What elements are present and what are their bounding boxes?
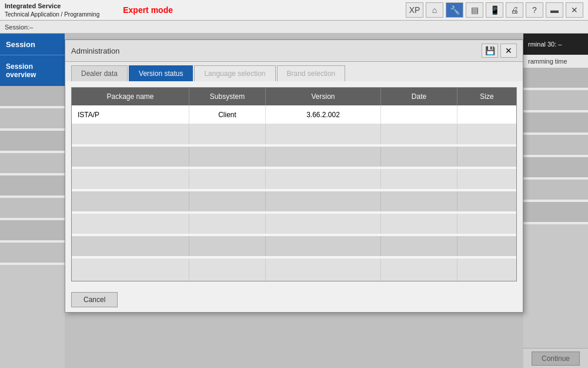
top-bar: Integrated Service Technical Application… (0, 0, 588, 21)
right-rows (523, 68, 588, 368)
toolbar-icons: XP ⌂ 🔧 ▤ 📱 🖨 ? ▬ ✕ (406, 2, 583, 18)
session-label: Session: (5, 24, 29, 31)
right-label: ramming time (523, 55, 588, 68)
right-row (523, 90, 588, 112)
close-button[interactable]: ✕ (566, 2, 583, 18)
sidebar: Session Session overview (0, 34, 65, 368)
version-table: Package name Subsystem Version Date Size… (71, 87, 517, 281)
content-area: Administration 💾 ✕ Dealer data Version s… (65, 34, 523, 368)
bottom-bar: Continue (523, 348, 588, 368)
tool-button[interactable]: 🔧 (446, 2, 463, 18)
cell-version: 3.66.2.002 (266, 105, 381, 124)
table-row-1: ISTA/P Client 3.66.2.002 (72, 105, 516, 124)
cell-package: ISTA/P (72, 105, 189, 124)
grid-button[interactable]: ▤ (466, 2, 483, 18)
sidebar-rows (0, 86, 65, 368)
administration-modal: Administration 💾 ✕ Dealer data Version s… (65, 39, 523, 313)
cell-date (381, 105, 457, 124)
sidebar-row (0, 175, 65, 198)
modal-title: Administration (71, 47, 119, 55)
modal-save-button[interactable]: 💾 (482, 44, 498, 58)
col-subsystem: Subsystem (189, 88, 266, 105)
app-title: Integrated Service (5, 2, 99, 10)
sidebar-item-session-overview[interactable]: Session overview (0, 55, 65, 86)
sidebar-row (0, 131, 65, 153)
cell-subsystem: Client (189, 105, 266, 124)
tab-brand-selection: Brand selection (277, 65, 346, 81)
cancel-button[interactable]: Cancel (71, 292, 118, 307)
help-button[interactable]: ? (526, 2, 543, 18)
app-info: Integrated Service Technical Application… (5, 2, 99, 18)
sidebar-row (0, 220, 65, 243)
right-row (523, 68, 588, 90)
sidebar-row (0, 86, 65, 108)
session-value: – (29, 24, 33, 31)
sidebar-header: Session (0, 34, 65, 55)
col-version: Version (266, 88, 381, 105)
right-row (523, 157, 588, 180)
xp-button[interactable]: XP (406, 2, 423, 18)
right-row (523, 180, 588, 202)
modal-close-button[interactable]: ✕ (500, 44, 517, 58)
tab-language-selection: Language selection (194, 65, 275, 81)
right-row (523, 112, 588, 135)
mobile-button[interactable]: 📱 (486, 2, 503, 18)
tab-version-status[interactable]: Version status (129, 65, 193, 81)
cell-size (457, 105, 516, 124)
continue-button[interactable]: Continue (532, 352, 580, 366)
col-size: Size (457, 88, 516, 105)
modal-overlay: Administration 💾 ✕ Dealer data Version s… (65, 34, 523, 368)
right-header: rminal 30: – (523, 34, 588, 55)
table-header: Package name Subsystem Version Date Size (72, 88, 516, 105)
expert-mode-label: Expert mode (123, 5, 173, 15)
minimize-button[interactable]: ▬ (546, 2, 563, 18)
sidebar-row (0, 198, 65, 220)
col-package-name: Package name (72, 88, 189, 105)
second-bar: Session: – (0, 21, 588, 34)
sidebar-row (0, 108, 65, 131)
home-button[interactable]: ⌂ (426, 2, 443, 18)
right-row (523, 202, 588, 224)
print-button[interactable]: 🖨 (506, 2, 523, 18)
right-sidebar: rminal 30: – ramming time Continue (523, 34, 588, 368)
modal-controls: 💾 ✕ (482, 44, 517, 58)
app-subtitle: Technical Application / Programming (5, 11, 99, 18)
sidebar-row (0, 243, 65, 265)
sidebar-row (0, 153, 65, 175)
modal-footer: Cancel (65, 287, 523, 312)
right-row (523, 135, 588, 157)
tabs: Dealer data Version status Language sele… (65, 62, 523, 81)
main-layout: Session Session overview Administration (0, 34, 588, 368)
col-date: Date (381, 88, 457, 105)
tab-dealer-data[interactable]: Dealer data (71, 65, 128, 81)
modal-header: Administration 💾 ✕ (65, 40, 523, 62)
